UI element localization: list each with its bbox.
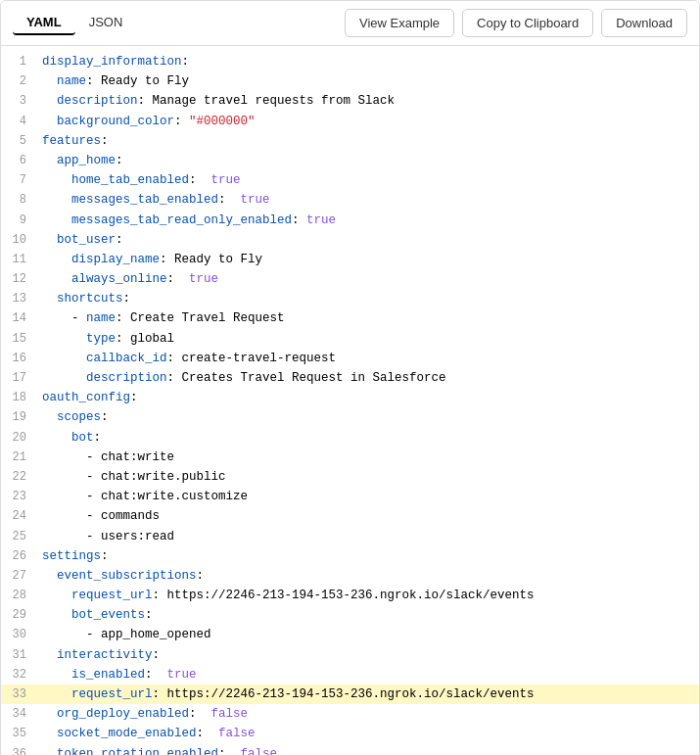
code-line: 23 - chat:write.customize	[1, 487, 699, 506]
line-content: token_rotation_enabled: false	[38, 744, 699, 755]
line-number: 35	[1, 724, 38, 743]
code-line: 11 display_name: Ready to Fly	[1, 250, 699, 269]
line-number: 27	[1, 566, 38, 586]
code-line: 27 event_subscriptions:	[1, 566, 699, 586]
line-content: - chat:write.customize	[38, 487, 699, 506]
line-number: 9	[1, 211, 38, 230]
line-content: name: Ready to Fly	[38, 71, 699, 91]
line-number: 5	[1, 131, 38, 151]
line-number: 3	[1, 91, 38, 111]
tab-json[interactable]: JSON	[75, 11, 137, 35]
line-content: bot_user:	[38, 230, 699, 250]
line-content: - commands	[38, 506, 699, 526]
line-number: 25	[1, 527, 38, 546]
line-number: 10	[1, 230, 38, 250]
line-number: 1	[1, 52, 38, 71]
line-number: 34	[1, 704, 38, 724]
line-number: 8	[1, 190, 38, 210]
line-number: 29	[1, 605, 38, 625]
line-content: messages_tab_read_only_enabled: true	[38, 211, 699, 230]
line-content: background_color: "#000000"	[38, 112, 699, 131]
line-content: home_tab_enabled: true	[38, 170, 699, 190]
main-container: YAML JSON View Example Copy to Clipboard…	[0, 0, 700, 755]
line-number: 21	[1, 448, 38, 467]
line-number: 7	[1, 170, 38, 190]
code-line: 24 - commands	[1, 506, 699, 526]
line-number: 23	[1, 487, 38, 506]
line-content: display_name: Ready to Fly	[38, 250, 699, 269]
line-content: - chat:write	[38, 448, 699, 467]
line-number: 33	[1, 684, 38, 704]
code-line: 28 request_url: https://2246-213-194-153…	[1, 586, 699, 605]
line-number: 22	[1, 467, 38, 487]
line-content: type: global	[38, 329, 699, 349]
code-line: 3 description: Manage travel requests fr…	[1, 91, 699, 111]
line-content: is_enabled: true	[38, 665, 699, 684]
line-content: interactivity:	[38, 645, 699, 665]
code-line: 6 app_home:	[1, 151, 699, 170]
code-line: 17 description: Creates Travel Request i…	[1, 368, 699, 388]
line-content: - name: Create Travel Request	[38, 308, 699, 328]
code-line: 10 bot_user:	[1, 230, 699, 250]
header: YAML JSON View Example Copy to Clipboard…	[1, 1, 699, 46]
line-number: 30	[1, 625, 38, 644]
line-number: 14	[1, 308, 38, 328]
line-number: 17	[1, 368, 38, 388]
code-line: 32 is_enabled: true	[1, 665, 699, 684]
copy-to-clipboard-button[interactable]: Copy to Clipboard	[462, 9, 593, 37]
code-line: 31 interactivity:	[1, 645, 699, 665]
line-number: 18	[1, 388, 38, 407]
code-area: 1display_information:2 name: Ready to Fl…	[1, 46, 699, 755]
line-number: 36	[1, 744, 38, 755]
code-line: 18oauth_config:	[1, 388, 699, 407]
line-content: shortcuts:	[38, 289, 699, 308]
line-content: settings:	[38, 546, 699, 566]
line-number: 12	[1, 269, 38, 289]
code-line: 9 messages_tab_read_only_enabled: true	[1, 211, 699, 230]
line-content: - users:read	[38, 527, 699, 546]
view-example-button[interactable]: View Example	[345, 9, 454, 37]
line-number: 32	[1, 665, 38, 684]
code-line: 14 - name: Create Travel Request	[1, 308, 699, 328]
code-line: 21 - chat:write	[1, 448, 699, 467]
line-content: always_online: true	[38, 269, 699, 289]
code-line: 5features:	[1, 131, 699, 151]
line-content: bot_events:	[38, 605, 699, 625]
code-line: 34 org_deploy_enabled: false	[1, 704, 699, 724]
line-number: 6	[1, 151, 38, 170]
code-line: 33 request_url: https://2246-213-194-153…	[1, 684, 699, 704]
line-number: 16	[1, 349, 38, 368]
code-line: 29 bot_events:	[1, 605, 699, 625]
line-number: 13	[1, 289, 38, 308]
line-content: request_url: https://2246-213-194-153-23…	[38, 684, 699, 704]
code-line: 20 bot:	[1, 428, 699, 448]
line-content: - chat:write.public	[38, 467, 699, 487]
code-line: 35 socket_mode_enabled: false	[1, 724, 699, 743]
line-content: oauth_config:	[38, 388, 699, 407]
line-number: 19	[1, 407, 38, 427]
line-content: description: Manage travel requests from…	[38, 91, 699, 111]
code-line: 36 token_rotation_enabled: false	[1, 744, 699, 755]
line-number: 11	[1, 250, 38, 269]
action-buttons: View Example Copy to Clipboard Download	[345, 9, 687, 37]
line-number: 2	[1, 71, 38, 91]
tab-yaml[interactable]: YAML	[13, 11, 75, 35]
code-line: 26settings:	[1, 546, 699, 566]
line-number: 20	[1, 428, 38, 448]
download-button[interactable]: Download	[601, 9, 687, 37]
line-content: scopes:	[38, 407, 699, 427]
line-content: request_url: https://2246-213-194-153-23…	[38, 586, 699, 605]
line-content: event_subscriptions:	[38, 566, 699, 586]
code-line: 2 name: Ready to Fly	[1, 71, 699, 91]
line-content: display_information:	[38, 52, 699, 71]
line-content: callback_id: create-travel-request	[38, 349, 699, 368]
code-line: 25 - users:read	[1, 527, 699, 546]
line-content: socket_mode_enabled: false	[38, 724, 699, 743]
line-content: features:	[38, 131, 699, 151]
line-number: 31	[1, 645, 38, 665]
line-number: 28	[1, 586, 38, 605]
code-line: 4 background_color: "#000000"	[1, 112, 699, 131]
tabs: YAML JSON	[13, 11, 136, 35]
code-line: 19 scopes:	[1, 407, 699, 427]
code-line: 12 always_online: true	[1, 269, 699, 289]
